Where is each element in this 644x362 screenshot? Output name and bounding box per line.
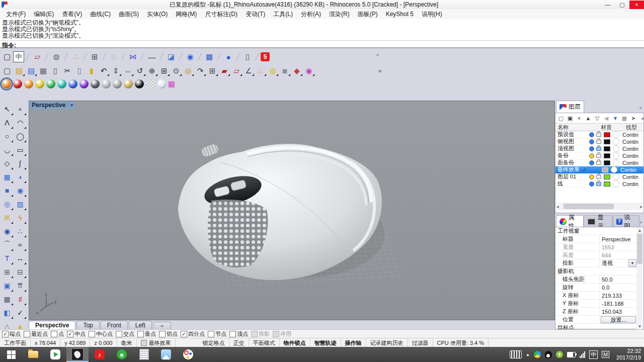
taskbar-video-player[interactable] bbox=[44, 347, 66, 362]
menu-help[interactable]: 说明(H) bbox=[418, 9, 446, 20]
layer-row[interactable]: 线 Contin bbox=[555, 180, 643, 188]
layer-color-swatch[interactable] bbox=[604, 139, 610, 144]
arc-icon[interactable]: ◡ bbox=[1, 143, 14, 156]
osnap-perpendicular[interactable]: 垂点 bbox=[137, 330, 156, 338]
menu-analyze[interactable]: 分析(A) bbox=[297, 9, 325, 20]
material-blue[interactable] bbox=[68, 79, 77, 88]
bulb-icon[interactable] bbox=[589, 139, 594, 144]
lock-icon[interactable] bbox=[596, 175, 601, 179]
move-icon[interactable]: ↔ bbox=[14, 251, 27, 265]
material-teal[interactable] bbox=[57, 79, 66, 88]
lock-icon[interactable]: ◙ bbox=[279, 65, 291, 76]
menu-keyshot[interactable]: KeyShot 5 bbox=[382, 10, 418, 19]
select-arrow-icon[interactable]: ↖ bbox=[1, 102, 14, 116]
material-purple[interactable] bbox=[79, 79, 89, 88]
layers-horizontal-scrollbar[interactable]: ◂ ▸ bbox=[556, 203, 642, 210]
projection-select[interactable]: 透视 bbox=[600, 259, 628, 267]
point-cloud-icon[interactable]: ∴ bbox=[69, 51, 82, 62]
car-icon[interactable]: ▰ bbox=[218, 65, 230, 76]
properties-gear-icon[interactable]: * bbox=[639, 220, 643, 227]
paint-match-icon[interactable]: ◧ bbox=[1, 306, 14, 319]
layer-row[interactable]: 侧视图 Contin bbox=[555, 138, 643, 145]
control-points-icon[interactable]: ⋈ bbox=[127, 51, 139, 62]
tab-display[interactable]: 显示 bbox=[584, 215, 613, 227]
box-icon[interactable]: ■ bbox=[1, 184, 14, 197]
status-ortho[interactable]: 正交 bbox=[229, 338, 249, 347]
back-icon[interactable]: ◀ bbox=[602, 114, 611, 123]
sheet-icon[interactable]: ▦ bbox=[620, 114, 629, 123]
tray-browser-icon[interactable] bbox=[534, 351, 541, 358]
viewport-perspective[interactable]: z y x Perspective ▾ bbox=[29, 101, 555, 320]
grid-array-icon[interactable]: ▦ bbox=[1, 292, 14, 306]
menu-dimension[interactable]: 尺寸标注(D) bbox=[201, 9, 242, 20]
taskbar-paint[interactable] bbox=[177, 347, 199, 362]
cut-icon[interactable]: ✂ bbox=[61, 65, 73, 76]
layers-gear-icon[interactable]: * bbox=[639, 105, 643, 113]
column-linetype[interactable]: 线型 bbox=[626, 124, 643, 131]
surface-cp-icon[interactable]: ▦ bbox=[1, 170, 14, 184]
move-down-icon[interactable]: ▽ bbox=[593, 114, 602, 123]
tab-layers[interactable]: 图层 bbox=[556, 101, 584, 113]
material-black[interactable] bbox=[135, 79, 144, 88]
tray-antivirus-icon[interactable]: + bbox=[556, 351, 563, 358]
point-icon[interactable]: ∘ bbox=[14, 102, 27, 116]
lightning-icon[interactable]: ϟ bbox=[14, 211, 27, 224]
circle-icon[interactable]: ○ bbox=[1, 129, 14, 143]
linetype-icon[interactable]: — bbox=[146, 51, 158, 62]
menu-curve[interactable]: 曲线(C) bbox=[86, 9, 115, 20]
tab-front[interactable]: Front bbox=[101, 321, 128, 329]
taskbar-explorer[interactable] bbox=[22, 347, 44, 362]
osnap-tangent[interactable]: 切点 bbox=[159, 330, 178, 338]
rectangle-icon[interactable]: ▭ bbox=[14, 143, 27, 156]
status-units[interactable]: 毫米 bbox=[117, 338, 137, 347]
maximize-button[interactable]: ▢ bbox=[615, 1, 629, 9]
tab-help[interactable]: ? 说明 bbox=[613, 215, 639, 227]
move-up-icon[interactable]: ▲ bbox=[584, 114, 593, 123]
save-icon[interactable]: ▤ bbox=[25, 65, 37, 76]
zoom-window-icon[interactable]: ⊞ bbox=[158, 65, 170, 76]
notebook-icon[interactable]: ▯ bbox=[242, 51, 254, 62]
status-osnap-toggle[interactable]: 物件锁点 bbox=[280, 338, 310, 347]
osnap-vertex[interactable]: 顶点 bbox=[229, 330, 248, 338]
lock-icon[interactable] bbox=[596, 154, 601, 158]
lock-icon[interactable] bbox=[596, 147, 601, 151]
menu-transform[interactable]: 变动(T) bbox=[242, 9, 269, 20]
osnap-disable[interactable]: 停用 bbox=[273, 330, 291, 338]
ellipse-icon[interactable]: ◯ bbox=[14, 129, 27, 143]
properties-vertical-scrollbar[interactable]: ▲ ▼ bbox=[636, 228, 643, 329]
status-gumball[interactable]: 操作轴 bbox=[341, 338, 366, 347]
scroll-right-arrow[interactable]: ▸ bbox=[640, 204, 642, 209]
scrollbar-thumb[interactable] bbox=[564, 204, 614, 209]
osnap-point[interactable]: 点 bbox=[51, 330, 64, 338]
minimize-button[interactable]: — bbox=[600, 1, 615, 9]
rotate-view-icon[interactable]: ↺ bbox=[134, 65, 146, 76]
projection-dropdown-arrow[interactable]: ▼ bbox=[628, 259, 636, 267]
lock-icon[interactable] bbox=[596, 161, 601, 165]
cplane-widget-button[interactable]: 中 bbox=[13, 51, 24, 62]
bulb-icon[interactable] bbox=[589, 146, 594, 151]
menu-file[interactable]: 文件(F) bbox=[2, 9, 30, 20]
points-icon[interactable]: ∴ bbox=[255, 65, 267, 76]
material-orange[interactable] bbox=[24, 79, 33, 88]
layer-color-swatch[interactable] bbox=[604, 153, 610, 158]
offset-icon[interactable]: ⊟ bbox=[14, 265, 27, 279]
material-graphite[interactable] bbox=[91, 79, 100, 88]
material-swatch[interactable] bbox=[613, 131, 619, 138]
material-swatch[interactable] bbox=[611, 166, 617, 173]
taskbar-rhino-active[interactable] bbox=[66, 347, 89, 362]
status-planar[interactable]: 平面模式 bbox=[249, 338, 280, 347]
scroll-up-arrow[interactable]: ▲ bbox=[636, 228, 643, 233]
cplane-icon[interactable]: ▱ bbox=[230, 65, 243, 76]
status-current-layer[interactable]: 最终效果 bbox=[137, 338, 176, 347]
layer-row[interactable]: 面备份 Contin bbox=[555, 159, 643, 166]
extrude-icon[interactable]: ⇈ bbox=[14, 279, 27, 292]
new-file-icon[interactable]: ▢ bbox=[1, 51, 13, 62]
blend-icon[interactable]: ≈ bbox=[14, 238, 27, 251]
undo-icon[interactable]: ↶ bbox=[98, 65, 110, 76]
osnap-knot[interactable]: 节点 bbox=[208, 330, 226, 338]
bend-surface-icon[interactable]: ◖ bbox=[14, 170, 27, 184]
tab-perspective[interactable]: Perspective bbox=[29, 321, 75, 329]
material-cage-icon[interactable]: ▦ bbox=[168, 79, 177, 88]
freeform-curve-icon[interactable]: ∫ bbox=[14, 156, 27, 170]
input-method-indicator[interactable]: 中 bbox=[589, 350, 598, 359]
